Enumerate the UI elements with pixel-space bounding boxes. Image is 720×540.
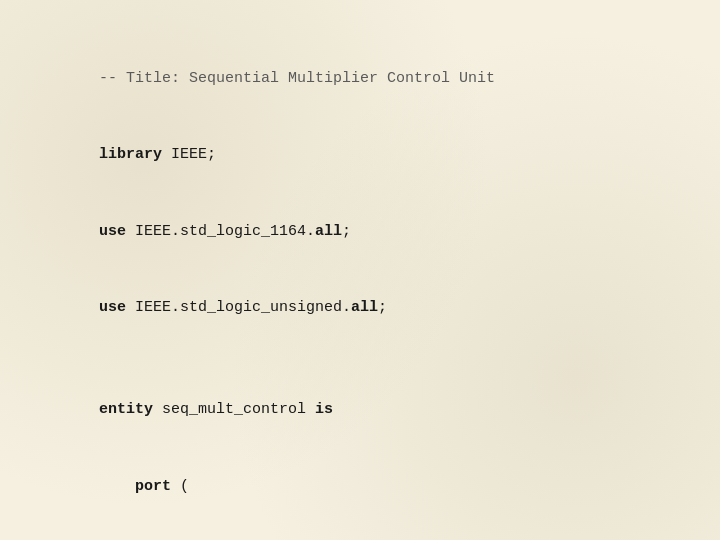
normal-semi-1: ; [342,223,351,240]
keyword-all-2: all [351,299,378,316]
normal-paren-open: ( [171,478,189,495]
code-line-5: entity seq_mult_control is [45,372,675,449]
code-line-7: clr: in STD_LOGIC; [45,525,675,541]
code-line-6: port ( [45,448,675,525]
normal-semi-2: ; [378,299,387,316]
keyword-all-1: all [315,223,342,240]
code-line-3: use IEEE.std_logic_1164.all; [45,193,675,270]
normal-entity-name: seq_mult_control [153,401,315,418]
blank-line-1 [45,346,675,372]
keyword-is: is [315,401,333,418]
normal-indent-port [99,478,135,495]
normal-std-logic: IEEE.std_logic_1164. [126,223,315,240]
normal-ieee: IEEE; [162,146,216,163]
keyword-use-1: use [99,223,126,240]
keyword-library: library [99,146,162,163]
code-line-1: -- Title: Sequential Multiplier Control … [45,40,675,117]
code-block: -- Title: Sequential Multiplier Control … [45,40,675,540]
keyword-use-2: use [99,299,126,316]
keyword-port: port [135,478,171,495]
code-line-2: library IEEE; [45,117,675,194]
keyword-entity: entity [99,401,153,418]
comment-title: -- Title: Sequential Multiplier Control … [99,70,495,87]
normal-std-logic-unsigned: IEEE.std_logic_unsigned. [126,299,351,316]
code-container: -- Title: Sequential Multiplier Control … [0,0,720,540]
code-line-4: use IEEE.std_logic_unsigned.all; [45,270,675,347]
